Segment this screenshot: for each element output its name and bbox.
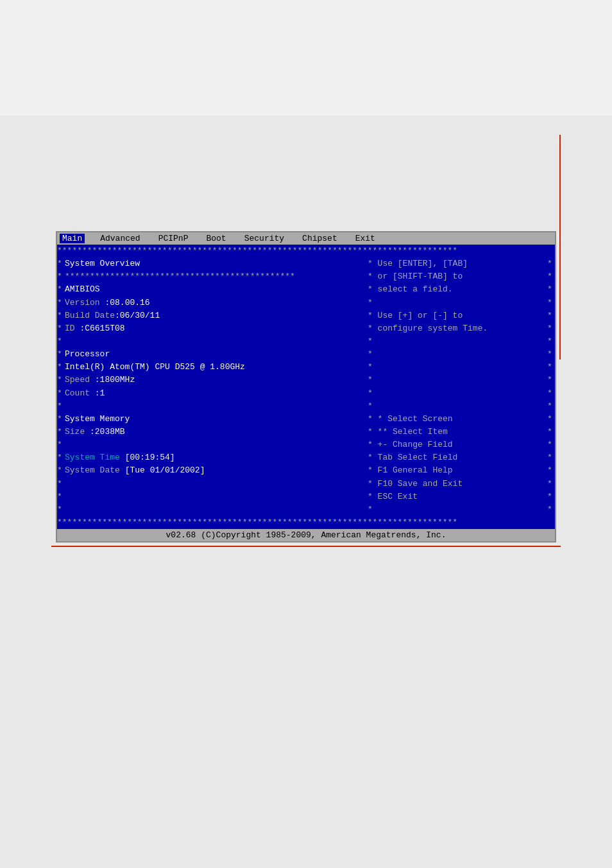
empty-row-2: * * * bbox=[57, 400, 555, 413]
bottom-border: ****************************************… bbox=[57, 516, 555, 529]
system-time-label[interactable]: System Time [00:19:54] bbox=[65, 451, 368, 464]
system-time-row[interactable]: * System Time [00:19:54] * Tab Select Fi… bbox=[57, 451, 555, 464]
menu-pcipnp[interactable]: PCIPnP bbox=[156, 234, 191, 243]
size-field: Size :2038MB bbox=[65, 426, 368, 438]
count-field: Count :1 bbox=[65, 387, 368, 400]
menu-chipset[interactable]: Chipset bbox=[300, 234, 340, 243]
processor-heading: Processor bbox=[65, 348, 368, 361]
empty-row-6: * * * bbox=[57, 503, 555, 516]
system-date-row[interactable]: * System Date [Tue 01/01/2002] * F1 Gene… bbox=[57, 464, 555, 477]
processor-heading-row: * Processor * * bbox=[57, 348, 555, 361]
count-row: * Count :1 * * bbox=[57, 387, 555, 400]
bios-footer: v02.68 (C)Copyright 1985-2009, American … bbox=[57, 529, 555, 541]
empty-row-3: * * +- Change Field * bbox=[57, 438, 555, 451]
menu-exit[interactable]: Exit bbox=[353, 234, 378, 243]
speed-row: * Speed :1800MHz * * bbox=[57, 374, 555, 386]
amibios-row: * AMIBIOS * select a field. * bbox=[57, 283, 555, 296]
menu-advanced[interactable]: Advanced bbox=[98, 234, 142, 243]
system-date-label[interactable]: System Date [Tue 01/01/2002] bbox=[65, 464, 368, 477]
empty-row-4: * * F10 Save and Exit * bbox=[57, 478, 555, 490]
version-field: Version :08.00.16 bbox=[65, 297, 368, 309]
cpu-value: Intel(R) Atom(TM) CPU D525 @ 1.80GHz bbox=[65, 361, 368, 374]
system-overview-row: * System Overview * Use [ENTER], [TAB] * bbox=[57, 257, 555, 270]
menu-security[interactable]: Security bbox=[242, 234, 287, 243]
system-memory-heading: System Memory bbox=[65, 413, 368, 426]
menu-main[interactable]: Main bbox=[60, 234, 85, 243]
build-date-row: * Build Date:06/30/11 * Use [+] or [-] t… bbox=[57, 309, 555, 322]
menu-boot[interactable]: Boot bbox=[203, 234, 228, 243]
system-overview-heading: System Overview bbox=[65, 257, 368, 270]
bios-menubar: Main Advanced PCIPnP Boot Security Chips… bbox=[57, 232, 555, 245]
cpu-row: * Intel(R) Atom(TM) CPU D525 @ 1.80GHz *… bbox=[57, 361, 555, 374]
version-row: * Version :08.00.16 * * bbox=[57, 297, 555, 309]
empty-row-1: * * * bbox=[57, 335, 555, 348]
top-border: ****************************************… bbox=[57, 245, 555, 257]
system-memory-row: * System Memory * * Select Screen * bbox=[57, 413, 555, 426]
right-border-line bbox=[559, 135, 561, 360]
speed-field: Speed :1800MHz bbox=[65, 374, 368, 386]
stars-row: * **************************************… bbox=[57, 270, 555, 283]
amibios-label: AMIBIOS bbox=[65, 283, 368, 296]
bottom-border-line bbox=[51, 546, 561, 547]
size-row: * Size :2038MB * ** Select Item * bbox=[57, 426, 555, 438]
id-row: * ID :C6615T08 * configure system Time. … bbox=[57, 322, 555, 335]
bios-screen: Main Advanced PCIPnP Boot Security Chips… bbox=[56, 231, 556, 542]
build-date-field: Build Date:06/30/11 bbox=[65, 309, 368, 322]
empty-row-5: * * ESC Exit * bbox=[57, 490, 555, 503]
id-field: ID :C6615T08 bbox=[65, 322, 368, 335]
